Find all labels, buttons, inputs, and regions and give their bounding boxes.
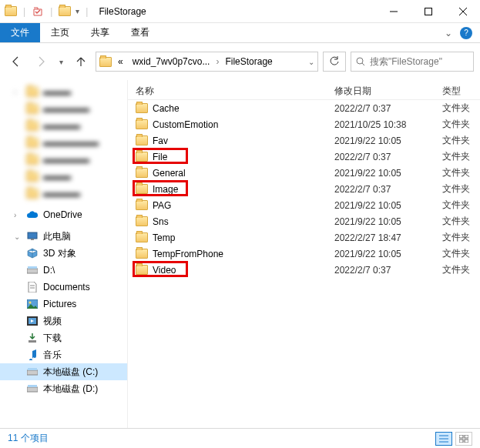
column-date[interactable]: 修改日期 (327, 85, 435, 98)
recent-dropdown-icon[interactable]: ▾ (55, 52, 66, 72)
folder-icon (136, 135, 148, 145)
sidebar-item-label: 此电脑 (43, 230, 71, 243)
tab-home[interactable]: 主页 (40, 23, 80, 42)
qat-dropdown-icon[interactable]: ▾ (76, 7, 79, 15)
sidebar-item-3dobjects[interactable]: 3D 对象 (0, 245, 127, 262)
tab-file[interactable]: 文件 (0, 23, 40, 42)
table-row[interactable]: Video2022/2/7 0:37文件夹 (128, 262, 480, 278)
file-type: 文件夹 (435, 134, 480, 147)
table-row[interactable]: General2021/9/22 10:05文件夹 (128, 165, 480, 181)
details-view-button[interactable] (435, 432, 452, 446)
item-count: 11 个项目 (8, 432, 49, 445)
sidebar-item-music[interactable]: 音乐 (0, 346, 127, 363)
sidebar-item-blurred[interactable]: ▬▬▬▬▬▬ (0, 134, 127, 151)
column-headers: 名称 修改日期 类型 (128, 80, 480, 100)
ribbon-expand-icon[interactable]: ⌄ (445, 28, 452, 38)
picture-icon (26, 298, 39, 310)
refresh-button[interactable] (323, 52, 346, 72)
file-type: 文件夹 (435, 231, 480, 244)
tab-share[interactable]: 共享 (80, 23, 120, 42)
sidebar-item-blurred[interactable]: ▬▬▬▬ (0, 185, 127, 202)
sidebar-item-blurred[interactable]: ▬▬▬ (0, 168, 127, 185)
table-row[interactable]: CustomEmotion2021/10/25 10:38文件夹 (128, 116, 480, 132)
file-date: 2022/2/7 0:37 (327, 152, 435, 162)
cube-icon (26, 247, 39, 259)
folder-icon (136, 168, 148, 178)
file-date: 2022/2/7 0:37 (327, 184, 435, 195)
table-row[interactable]: Temp2022/2/27 18:47文件夹 (128, 229, 480, 246)
breadcrumb[interactable]: wxid_7wv0p7cvo... (129, 56, 213, 67)
search-input[interactable]: 搜索"FileStorage" (351, 52, 474, 72)
file-name: General (153, 168, 186, 179)
sidebar-item-label: 音乐 (43, 349, 62, 362)
tab-view[interactable]: 查看 (120, 23, 160, 42)
sidebar-blurred-group: ›▬▬▬ ▬▬▬▬▬ ▬▬▬▬ ▬▬▬▬▬▬ ▬▬▬▬▬ ▬▬▬ ▬▬▬▬ (0, 83, 127, 202)
drive-icon (26, 264, 39, 276)
folder-icon (99, 55, 112, 68)
file-name: CustomEmotion (153, 119, 218, 130)
table-row[interactable]: PAG2021/9/22 10:05文件夹 (128, 197, 480, 213)
sidebar: ›▬▬▬ ▬▬▬▬▬ ▬▬▬▬ ▬▬▬▬▬▬ ▬▬▬▬▬ ▬▬▬ ▬▬▬▬ ›O… (0, 80, 127, 428)
file-name: TempFromPhone (153, 249, 223, 259)
svg-rect-25 (465, 435, 468, 438)
sidebar-item-label: D:\ (43, 265, 55, 276)
sidebar-item-drive-c[interactable]: 本地磁盘 (C:) (0, 363, 127, 380)
folder-icon (136, 200, 148, 210)
sidebar-item-videos[interactable]: 视频 (0, 313, 127, 329)
breadcrumb-prefix[interactable]: « (115, 56, 126, 67)
sidebar-item-pictures[interactable]: Pictures (0, 296, 127, 313)
svg-rect-1 (425, 8, 431, 15)
icons-view-button[interactable] (455, 432, 472, 446)
folder-icon (136, 119, 148, 129)
sidebar-item-onedrive[interactable]: ›OneDrive (0, 206, 127, 223)
column-type[interactable]: 类型 (435, 85, 480, 98)
file-date: 2022/2/7 0:37 (327, 103, 435, 114)
file-name: File (153, 152, 167, 162)
table-row[interactable]: File2022/2/7 0:37文件夹 (128, 149, 480, 165)
sidebar-item-drive-d2[interactable]: 本地磁盘 (D:) (0, 380, 127, 397)
drive-icon (26, 366, 39, 378)
back-button[interactable] (6, 52, 26, 72)
forward-button[interactable] (31, 52, 51, 72)
file-name: Temp (153, 232, 175, 243)
sidebar-item-thispc[interactable]: ⌄此电脑 (0, 228, 127, 245)
svg-point-13 (29, 302, 32, 304)
monitor-icon (26, 230, 39, 242)
address-bar[interactable]: « wxid_7wv0p7cvo... › FileStorage ⌄ (96, 52, 318, 72)
help-icon[interactable]: ? (460, 27, 472, 39)
minimize-button[interactable] (376, 0, 411, 23)
check-icon[interactable] (32, 5, 44, 18)
sidebar-item-blurred[interactable]: ▬▬▬▬ (0, 117, 127, 134)
file-date: 2021/9/22 10:05 (327, 200, 435, 211)
status-bar: 11 个项目 (0, 428, 480, 448)
file-name: Image (153, 184, 178, 195)
chevron-right-icon[interactable]: › (216, 56, 219, 67)
column-name[interactable]: 名称 (128, 85, 327, 98)
table-row[interactable]: TempFromPhone2021/9/22 10:05文件夹 (128, 246, 480, 262)
svg-rect-27 (465, 440, 468, 443)
sidebar-item-downloads[interactable]: 下载 (0, 329, 127, 346)
table-row[interactable]: Sns2021/9/22 10:05文件夹 (128, 213, 480, 229)
separator: | (86, 6, 88, 17)
separator: | (23, 6, 25, 17)
separator: | (50, 6, 52, 17)
table-row[interactable]: Image2022/2/7 0:37文件夹 (128, 181, 480, 197)
quick-access-toolbar: | | ▾ | FileStorage (0, 5, 146, 18)
up-button[interactable] (71, 52, 91, 72)
breadcrumb[interactable]: FileStorage (222, 56, 275, 67)
table-row[interactable]: Fav2021/9/22 10:05文件夹 (128, 132, 480, 149)
sidebar-item-blurred[interactable]: ▬▬▬▬▬ (0, 151, 127, 168)
sidebar-item-label: Documents (43, 282, 90, 293)
sidebar-item-blurred[interactable]: ›▬▬▬ (0, 83, 127, 100)
video-icon (26, 315, 39, 327)
address-dropdown-icon[interactable]: ⌄ (308, 58, 314, 66)
sidebar-item-drive-d[interactable]: D:\ (0, 262, 127, 279)
maximize-button[interactable] (411, 0, 445, 23)
sidebar-item-blurred[interactable]: ▬▬▬▬▬ (0, 100, 127, 117)
sidebar-item-label: 3D 对象 (43, 247, 76, 260)
close-button[interactable] (445, 0, 480, 23)
search-placeholder: 搜索"FileStorage" (370, 55, 442, 69)
sidebar-item-documents[interactable]: Documents (0, 279, 127, 296)
table-row[interactable]: Cache2022/2/7 0:37文件夹 (128, 100, 480, 116)
file-type: 文件夹 (435, 102, 480, 115)
